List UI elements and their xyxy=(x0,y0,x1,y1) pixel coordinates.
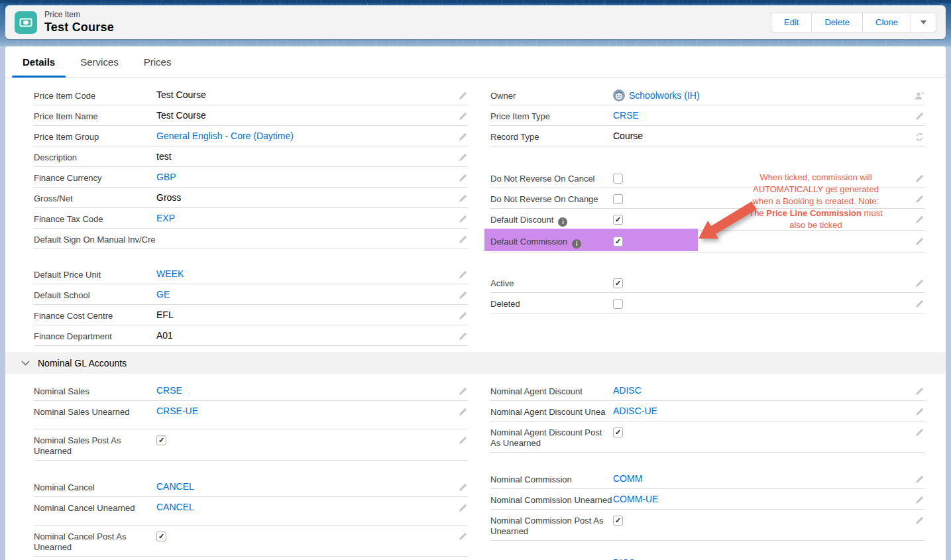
edit-button[interactable]: Edit xyxy=(771,13,812,32)
edit-pencil-icon[interactable] xyxy=(453,289,468,300)
annotation-arrow-icon xyxy=(693,197,759,245)
field-value: ✓ xyxy=(613,514,910,526)
more-actions-button[interactable] xyxy=(911,13,936,32)
checkbox[interactable] xyxy=(613,174,623,184)
edit-pencil-icon[interactable] xyxy=(453,89,468,101)
field-label: Nominal Commission xyxy=(490,473,613,485)
field-value: ✓ xyxy=(613,426,910,437)
field-row-nominal-discount: Nominal DiscountDISC xyxy=(490,553,924,560)
edit-pencil-icon[interactable] xyxy=(453,172,468,183)
edit-pencil-icon[interactable] xyxy=(910,235,924,247)
edit-pencil-icon[interactable] xyxy=(910,473,924,484)
field-label: Do Not Reverse On Cancel xyxy=(490,172,613,184)
avatar xyxy=(613,89,625,101)
tab-details[interactable]: Details xyxy=(12,46,66,78)
field-value-link[interactable]: CRSE xyxy=(156,385,453,396)
field-label: Price Item Code xyxy=(34,89,156,101)
edit-pencil-icon[interactable] xyxy=(453,530,468,541)
field-value-link[interactable]: General English - Core (Daytime) xyxy=(156,131,453,142)
edit-pencil-icon[interactable] xyxy=(910,385,924,396)
edit-pencil-icon[interactable] xyxy=(910,406,924,417)
edit-pencil-icon[interactable] xyxy=(910,193,924,204)
field-label: Price Item Name xyxy=(34,110,156,122)
section-header-nominal-gl-accounts[interactable]: Nominal GL Accounts xyxy=(5,352,946,374)
delete-button[interactable]: Delete xyxy=(812,13,863,32)
field-value-link[interactable]: WEEK xyxy=(156,268,453,280)
edit-pencil-icon[interactable] xyxy=(910,213,924,225)
change-owner-icon[interactable] xyxy=(910,89,924,101)
field-row-owner: OwnerSchoolworks (IH) xyxy=(490,85,924,105)
edit-pencil-icon[interactable] xyxy=(453,330,468,341)
edit-pencil-icon[interactable] xyxy=(453,434,468,445)
field-label: Description xyxy=(34,151,156,163)
edit-pencil-icon[interactable] xyxy=(453,385,468,396)
field-value-link[interactable]: ADISC xyxy=(613,385,910,396)
field-label: Record Type xyxy=(490,131,613,142)
checkbox[interactable]: ✓ xyxy=(613,215,623,225)
tab-prices[interactable]: Prices xyxy=(133,46,182,78)
field-value-link[interactable]: ADISC-UE xyxy=(613,406,910,417)
checkbox[interactable]: ✓ xyxy=(613,516,623,526)
edit-pencil-icon[interactable] xyxy=(910,426,924,437)
checkbox[interactable]: ✓ xyxy=(613,278,623,288)
edit-pencil-icon[interactable] xyxy=(453,213,468,224)
checkbox[interactable]: ✓ xyxy=(613,427,623,437)
field-value-link[interactable]: GE xyxy=(156,289,453,300)
edit-pencil-icon[interactable] xyxy=(910,277,924,288)
edit-pencil-icon[interactable] xyxy=(910,298,924,309)
field-value-link[interactable]: CANCEL xyxy=(156,502,453,513)
edit-pencil-icon[interactable] xyxy=(910,514,924,526)
record-actions: Edit Delete Clone xyxy=(771,13,936,32)
field-label: Price Item Group xyxy=(34,131,156,142)
field-value-link[interactable]: GBP xyxy=(156,172,453,183)
field-row-nominal-cancel: Nominal CancelCANCEL xyxy=(34,476,468,497)
edit-pencil-icon[interactable] xyxy=(453,481,468,492)
change-record-type-icon[interactable] xyxy=(910,131,924,142)
record-header: Price Item Test Course Edit Delete Clone xyxy=(5,5,946,39)
edit-pencil-icon[interactable] xyxy=(453,192,468,203)
edit-pencil-icon[interactable] xyxy=(453,151,468,162)
field-value-link[interactable]: COMM xyxy=(613,473,910,484)
edit-pencil-icon[interactable] xyxy=(453,110,468,121)
field-value-link[interactable]: EXP xyxy=(156,213,453,224)
field-value: Gross xyxy=(156,192,453,203)
edit-pencil-icon[interactable] xyxy=(910,494,924,505)
clone-button[interactable]: Clone xyxy=(863,13,911,32)
edit-pencil-icon[interactable] xyxy=(910,110,924,121)
edit-pencil-icon[interactable] xyxy=(453,406,468,417)
field-row-record-type: Record TypeCourse xyxy=(490,126,924,146)
field-value-link[interactable]: CANCEL xyxy=(156,481,453,492)
field-row-default-price-unit: Default Price UnitWEEK xyxy=(34,264,468,284)
field-label: Nominal Cancel Post As Unearned xyxy=(34,530,156,553)
info-icon[interactable]: i xyxy=(558,217,567,227)
info-icon[interactable]: i xyxy=(572,239,581,249)
field-row-nominal-agent-discount-unea: Nominal Agent Discount UneaADISC-UE xyxy=(490,401,924,421)
checkbox[interactable]: ✓ xyxy=(156,435,166,445)
field-row-nominal-cancel-post-as-unearned: Nominal Cancel Post As Unearned✓ xyxy=(34,526,468,557)
field-value-link[interactable]: Schoolworks (IH) xyxy=(613,89,910,101)
checkbox[interactable] xyxy=(613,299,623,309)
edit-pencil-icon[interactable] xyxy=(453,233,468,245)
edit-pencil-icon[interactable] xyxy=(453,268,468,280)
chevron-down-icon xyxy=(21,361,30,366)
field-value: ✓ xyxy=(613,277,910,288)
field-spacer xyxy=(490,252,924,272)
field-value-link[interactable]: CRSE xyxy=(613,110,910,121)
edit-pencil-icon[interactable] xyxy=(453,502,468,513)
checkbox[interactable] xyxy=(613,194,623,204)
tab-services[interactable]: Services xyxy=(70,46,129,78)
checkbox[interactable]: ✓ xyxy=(613,237,623,247)
edit-pencil-icon[interactable] xyxy=(453,131,468,142)
edit-pencil-icon[interactable] xyxy=(910,172,924,184)
field-value-link[interactable]: DISC xyxy=(613,557,910,560)
field-row-finance-currency: Finance CurrencyGBP xyxy=(34,167,468,188)
field-value-link[interactable]: CRSE-UE xyxy=(156,406,453,417)
field-value xyxy=(156,233,453,245)
field-value: A01 xyxy=(156,330,453,341)
field-spacer xyxy=(490,146,924,168)
edit-pencil-icon[interactable] xyxy=(910,557,924,560)
field-row-nominal-sales-post-as-unearned: Nominal Sales Post As Unearned✓ xyxy=(34,429,468,461)
field-value-link[interactable]: COMM-UE xyxy=(613,494,910,505)
edit-pencil-icon[interactable] xyxy=(453,309,468,321)
checkbox[interactable]: ✓ xyxy=(156,532,166,541)
